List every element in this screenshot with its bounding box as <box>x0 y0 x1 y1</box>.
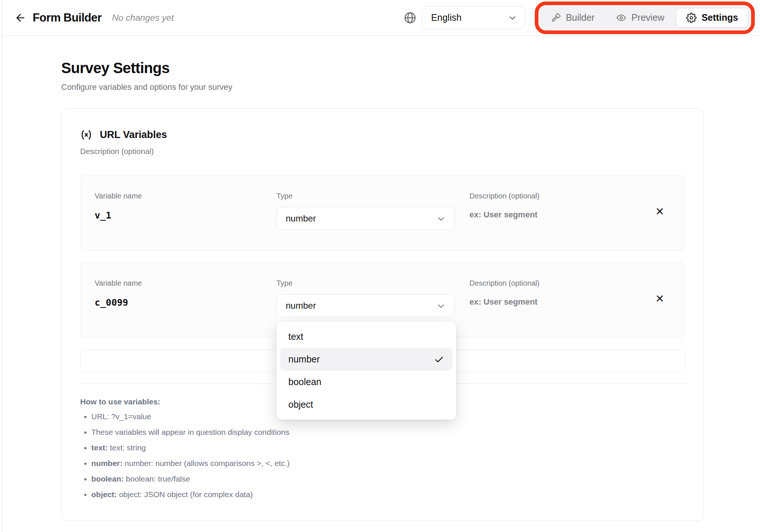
variable-description-field: Description (optional) ex: User segment <box>469 279 636 307</box>
help-item: number: number: number (allows compariso… <box>91 459 685 468</box>
help-item: boolean: boolean: true/false <box>91 474 685 483</box>
eye-icon <box>616 13 626 23</box>
tab-builder[interactable]: Builder <box>541 8 605 27</box>
tab-builder-label: Builder <box>566 12 595 23</box>
option-label: boolean <box>288 377 321 387</box>
type-select[interactable]: number <box>276 294 455 317</box>
page-subtitle: Configure variables and options for your… <box>61 82 760 92</box>
red-annotation-highlight: Builder Preview Settings <box>535 1 755 34</box>
tab-preview-label: Preview <box>631 12 664 23</box>
language-value: English <box>431 12 462 23</box>
variable-name-label: Variable name <box>95 279 262 288</box>
variable-type-label: Type <box>276 192 455 200</box>
variable-row: Variable name v_1 Type number Descriptio… <box>80 175 685 250</box>
chevron-down-icon <box>436 214 446 224</box>
variable-row: Variable name c_0099 Type number text <box>80 262 685 338</box>
type-select[interactable]: number <box>276 207 455 230</box>
chevron-down-icon <box>436 301 446 311</box>
dropdown-option-text[interactable]: text <box>280 325 452 348</box>
variable-type-field: Type number <box>276 192 455 230</box>
back-button[interactable] <box>12 9 29 26</box>
variable-description-input[interactable]: ex: User segment <box>469 297 636 307</box>
type-select-value: number <box>286 213 316 224</box>
language-select[interactable]: English <box>422 6 525 29</box>
variable-description-field: Description (optional) ex: User segment <box>469 192 636 220</box>
type-select-value: number <box>286 301 316 311</box>
option-label: text <box>288 331 303 342</box>
variable-name-field: Variable name c_0099 <box>95 279 262 308</box>
view-tab-group: Builder Preview Settings <box>540 6 750 29</box>
variable-type-field: Type number text number <box>276 279 455 317</box>
variable-name-field: Variable name v_1 <box>95 192 262 221</box>
page-title: Survey Settings <box>61 60 760 76</box>
tab-settings-label: Settings <box>701 12 738 23</box>
gear-icon <box>686 13 697 23</box>
header: Form Builder No changes yet English Buil… <box>2 0 760 36</box>
variable-description-label: Description (optional) <box>469 279 636 288</box>
hammer-icon <box>551 13 561 23</box>
dropdown-option-number[interactable]: number <box>280 348 452 371</box>
help-item: text: text: string <box>91 443 685 452</box>
variable-name-value[interactable]: c_0099 <box>95 297 262 308</box>
variable-name-value[interactable]: v_1 <box>95 210 262 221</box>
tab-preview[interactable]: Preview <box>606 8 674 27</box>
app-title: Form Builder <box>33 11 102 24</box>
dropdown-option-boolean[interactable]: boolean <box>280 371 452 393</box>
help-item: These variables will appear in question … <box>91 428 685 437</box>
dropdown-option-object[interactable]: object <box>280 393 452 416</box>
option-label: object <box>288 399 313 410</box>
check-icon <box>434 354 444 365</box>
variable-name-label: Variable name <box>95 192 262 200</box>
type-dropdown-menu: text number boolean object <box>276 322 456 420</box>
remove-variable-button[interactable]: ✕ <box>651 203 668 220</box>
variable-rows: Variable name v_1 Type number Descriptio… <box>80 175 685 372</box>
remove-variable-button[interactable]: ✕ <box>651 290 668 307</box>
save-status: No changes yet <box>112 13 174 23</box>
main-content: Survey Settings Configure variables and … <box>2 36 760 532</box>
variable-icon <box>80 129 92 141</box>
globe-icon <box>403 11 417 24</box>
arrow-left-icon <box>14 12 26 24</box>
section-title: URL Variables <box>100 129 167 141</box>
section-description: Description (optional) <box>80 147 685 156</box>
tab-settings[interactable]: Settings <box>676 8 748 27</box>
help-list: URL: ?v_1=value These variables will app… <box>80 412 685 499</box>
variable-type-label: Type <box>276 279 455 288</box>
option-label: number <box>288 354 320 365</box>
variable-description-input[interactable]: ex: User segment <box>469 210 636 220</box>
chevron-down-icon <box>508 13 517 23</box>
variable-description-label: Description (optional) <box>469 192 636 200</box>
url-variables-card: URL Variables Description (optional) Var… <box>61 108 704 521</box>
section-header: URL Variables <box>80 129 685 141</box>
help-item: object: object: JSON object (for complex… <box>91 490 685 499</box>
